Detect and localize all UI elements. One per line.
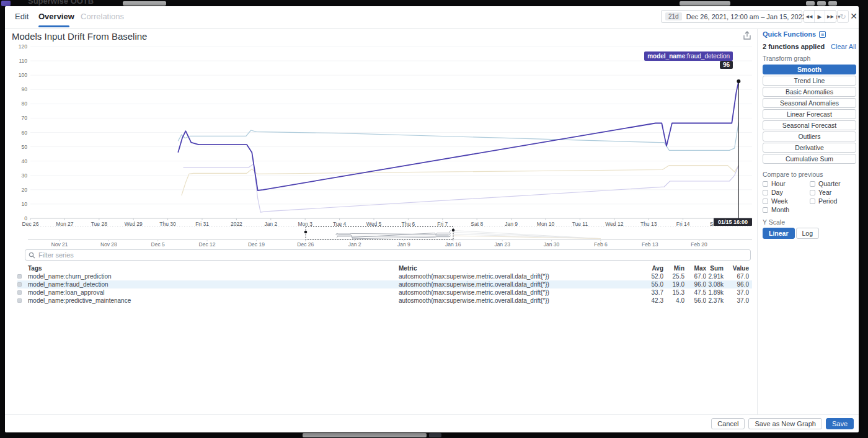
- cell-value: 96.0: [712, 280, 749, 288]
- backdrop-element: [429, 433, 441, 437]
- tooltip-tag-key: model_name: [647, 53, 685, 60]
- cell-value: 37.0: [712, 288, 749, 297]
- table-row[interactable]: model_name:churn_predictionautosmooth(ma…: [17, 272, 752, 280]
- checkbox-day[interactable]: [763, 190, 768, 195]
- checkbox-label: Week: [771, 197, 788, 205]
- compare-option-quarter[interactable]: Quarter: [810, 180, 841, 187]
- close-icon[interactable]: ✕: [848, 11, 859, 22]
- quick-functions-label: Quick Functions: [763, 30, 816, 38]
- series-color-swatch[interactable]: [17, 282, 22, 287]
- series-color-swatch[interactable]: [17, 274, 22, 279]
- checkbox-hour[interactable]: [763, 181, 768, 187]
- svg-text:110: 110: [19, 58, 27, 64]
- checkbox-period[interactable]: [810, 199, 815, 204]
- compare-option-week[interactable]: Week: [763, 197, 788, 205]
- svg-text:Jan 30: Jan 30: [544, 241, 560, 248]
- svg-text:2022: 2022: [231, 221, 242, 226]
- modal-header: Edit Overview Correlations 21d Dec 26, 2…: [5, 6, 859, 29]
- filter-series-input[interactable]: [38, 251, 747, 259]
- filter-series-box: [25, 249, 751, 261]
- svg-text:Dec 26: Dec 26: [297, 241, 314, 248]
- backdrop-search-box: [680, 1, 730, 6]
- svg-text:Wed 29: Wed 29: [125, 221, 143, 226]
- compare-option-period[interactable]: Period: [810, 197, 837, 205]
- y-scale-linear-button[interactable]: Linear: [763, 228, 795, 239]
- clear-all-link[interactable]: Clear All: [831, 43, 856, 50]
- transform-button-derivative[interactable]: Derivative: [763, 143, 856, 153]
- forward-button[interactable]: ▶▶: [825, 11, 836, 22]
- tab-correlations[interactable]: Correlations: [81, 12, 124, 21]
- col-header-value: Value: [712, 265, 749, 272]
- svg-text:80: 80: [22, 101, 28, 107]
- timeseries-chart[interactable]: 0102030405060708090100110120Dec 26Mon 27…: [12, 41, 754, 226]
- compare-option-hour[interactable]: Hour: [763, 180, 786, 187]
- series-color-swatch[interactable]: [17, 298, 22, 303]
- transform-button-basic-anomalies[interactable]: Basic Anomalies: [763, 87, 856, 97]
- page-title: Models Input Drift From Baseline: [12, 31, 147, 42]
- svg-text:Feb 6: Feb 6: [594, 241, 608, 248]
- backdrop-bottom-strip: [0, 432, 868, 438]
- tab-overview[interactable]: Overview: [38, 12, 74, 21]
- table-row[interactable]: model_name:predictive_maintenanceautosmo…: [17, 297, 752, 305]
- series-line-churn_prediction: [178, 122, 738, 150]
- save-button[interactable]: Save: [826, 418, 854, 429]
- hover-tooltip-series: model_name:fraud_detection: [644, 51, 733, 61]
- transform-button-seasonal-forecast[interactable]: Seasonal Forecast: [763, 120, 856, 130]
- tab-edit[interactable]: Edit: [15, 12, 29, 21]
- refresh-button[interactable]: ↻: [837, 10, 849, 23]
- transform-button-trend-line[interactable]: Trend Line: [763, 76, 856, 86]
- svg-text:Nov 28: Nov 28: [100, 241, 117, 248]
- svg-text:Dec 26: Dec 26: [22, 221, 39, 226]
- svg-text:Wed 12: Wed 12: [605, 221, 623, 226]
- col-header-tags: Tags: [28, 265, 42, 272]
- transform-button-seasonal-anomalies[interactable]: Seasonal Anomalies: [763, 98, 856, 108]
- y-scale-log-button[interactable]: Log: [796, 228, 820, 239]
- checkbox-label: Year: [818, 189, 831, 196]
- svg-text:120: 120: [19, 43, 27, 50]
- play-button[interactable]: ▶: [815, 11, 825, 22]
- cancel-button[interactable]: Cancel: [711, 418, 745, 429]
- cell-metric: autosmooth(max:superwise.metric.overall.…: [399, 297, 549, 305]
- table-row[interactable]: model_name:loan_approvalautosmooth(max:s…: [17, 288, 752, 297]
- quick-functions-link[interactable]: Quick Functions ≣: [763, 30, 826, 38]
- compare-option-day[interactable]: Day: [763, 189, 783, 196]
- time-range-picker[interactable]: 21d Dec 26, 2021, 12:00 am – Jan 15, 202…: [661, 10, 802, 23]
- checkbox-label: Month: [771, 206, 789, 213]
- modal-footer: Cancel Save as New Graph Save: [5, 414, 859, 432]
- timeline-minimap[interactable]: Nov 21Nov 28Dec 5Dec 12Dec 19Dec 26Jan 2…: [12, 226, 754, 248]
- checkbox-year[interactable]: [810, 190, 815, 195]
- series-line-loan_approval: [182, 166, 739, 196]
- table-row[interactable]: model_name:fraud_detectionautosmooth(max…: [17, 280, 752, 288]
- backdrop-button: [817, 1, 826, 6]
- transform-button-outliers[interactable]: Outliers: [763, 132, 856, 141]
- svg-text:Thu 13: Thu 13: [640, 221, 657, 226]
- svg-text:Feb 20: Feb 20: [691, 241, 707, 248]
- compare-option-year[interactable]: Year: [810, 189, 831, 196]
- svg-text:Mon 27: Mon 27: [56, 221, 74, 226]
- checkbox-month[interactable]: [763, 207, 768, 213]
- svg-text:Tue 4: Tue 4: [333, 221, 347, 226]
- rewind-button[interactable]: ◀◀: [804, 11, 815, 22]
- svg-text:Dec 5: Dec 5: [151, 241, 165, 248]
- export-graph-icon[interactable]: [742, 31, 752, 41]
- transform-button-cumulative-sum[interactable]: Cumulative Sum: [763, 154, 856, 164]
- checkbox-week[interactable]: [763, 199, 768, 204]
- panel-divider: [757, 29, 758, 414]
- series-color-swatch[interactable]: [17, 290, 22, 295]
- save-as-new-graph-button[interactable]: Save as New Graph: [748, 418, 822, 429]
- compare-option-month[interactable]: Month: [763, 206, 789, 213]
- transform-button-smooth[interactable]: Smooth: [763, 65, 856, 74]
- backdrop-top-strip: Superwise OOTB: [0, 0, 868, 6]
- compare-to-previous-label: Compare to previous: [763, 171, 823, 178]
- svg-text:100: 100: [19, 72, 27, 78]
- svg-text:Jan 9: Jan 9: [397, 241, 410, 248]
- cell-tag: model_name:fraud_detection: [28, 280, 108, 288]
- y-scale-label: Y Scale: [763, 218, 785, 226]
- quick-functions-icon: ≣: [819, 31, 826, 38]
- search-icon: [29, 252, 35, 259]
- checkbox-quarter[interactable]: [810, 181, 815, 187]
- svg-text:01/15 16:00: 01/15 16:00: [718, 219, 748, 225]
- transform-graph-label: Transform graph: [763, 55, 810, 62]
- svg-text:Thu 30: Thu 30: [159, 221, 176, 226]
- transform-button-linear-forecast[interactable]: Linear Forecast: [763, 109, 856, 119]
